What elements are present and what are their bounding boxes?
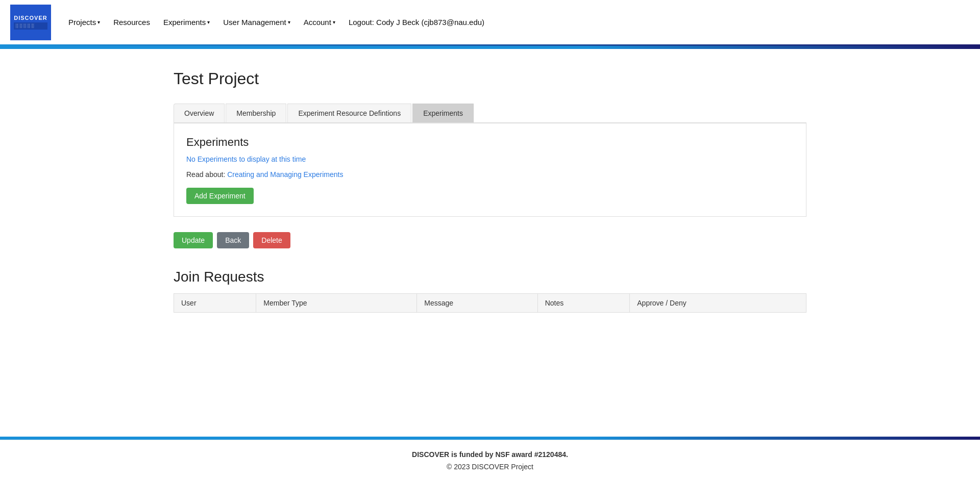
- navbar: DISCOVER ░░░░░ Projects ▾ Resources Expe…: [0, 0, 980, 46]
- tab-experiment-resource-defintions[interactable]: Experiment Resource Defintions: [287, 104, 411, 122]
- brand-text: DISCOVER: [14, 15, 47, 21]
- read-about: Read about: Creating and Managing Experi…: [186, 170, 794, 179]
- no-experiments-link[interactable]: No Experiments to display at this time: [186, 155, 794, 163]
- brand-logo[interactable]: DISCOVER ░░░░░: [10, 5, 51, 40]
- chevron-down-icon: ▾: [97, 19, 100, 25]
- col-member-type: Member Type: [256, 294, 417, 313]
- chevron-down-icon-4: ▾: [333, 19, 335, 25]
- footer-copyright: © 2023 DISCOVER Project: [10, 463, 970, 471]
- delete-button[interactable]: Delete: [253, 232, 290, 248]
- tab-overview[interactable]: Overview: [174, 104, 225, 122]
- nav-logout-label: Logout: Cody J Beck (cjb873@nau.edu): [349, 18, 484, 27]
- tab-experiments[interactable]: Experiments: [412, 104, 474, 122]
- nav-item-user-management[interactable]: User Management ▾: [218, 14, 295, 31]
- add-experiment-button[interactable]: Add Experiment: [186, 188, 254, 204]
- join-requests-table: User Member Type Message Notes Approve /…: [174, 293, 806, 313]
- nav-item-resources[interactable]: Resources: [108, 14, 155, 31]
- nav-projects-label: Projects: [68, 18, 96, 27]
- tabs: Overview Membership Experiment Resource …: [174, 104, 806, 123]
- experiments-panel: Experiments No Experiments to display at…: [174, 123, 806, 217]
- col-message: Message: [417, 294, 537, 313]
- nav-account-label: Account: [304, 18, 331, 27]
- tab-membership[interactable]: Membership: [226, 104, 286, 122]
- nav-item-logout[interactable]: Logout: Cody J Beck (cjb873@nau.edu): [344, 14, 489, 31]
- nav-item-account[interactable]: Account ▾: [299, 14, 340, 31]
- brand-subtext: ░░░░░: [14, 22, 47, 30]
- chevron-down-icon-3: ▾: [288, 19, 290, 25]
- creating-managing-experiments-link[interactable]: Creating and Managing Experiments: [227, 170, 343, 179]
- nav-item-projects[interactable]: Projects ▾: [63, 14, 105, 31]
- col-user: User: [174, 294, 256, 313]
- main-content: Test Project Overview Membership Experim…: [0, 49, 980, 437]
- nav-user-management-label: User Management: [223, 18, 286, 27]
- page-title: Test Project: [174, 69, 806, 88]
- footer-funded-text: DISCOVER is funded by NSF award #2120484…: [10, 450, 970, 459]
- col-approve-deny: Approve / Deny: [630, 294, 806, 313]
- read-about-prefix: Read about:: [186, 170, 227, 179]
- nav-resources-label: Resources: [113, 18, 150, 27]
- nav-item-experiments[interactable]: Experiments ▾: [158, 14, 215, 31]
- experiments-panel-title: Experiments: [186, 136, 794, 149]
- action-buttons: Update Back Delete: [174, 232, 806, 248]
- col-notes: Notes: [537, 294, 630, 313]
- chevron-down-icon-2: ▾: [207, 19, 210, 25]
- join-requests-title: Join Requests: [174, 269, 806, 285]
- nav-links: Projects ▾ Resources Experiments ▾ User …: [63, 14, 970, 31]
- footer: DISCOVER is funded by NSF award #2120484…: [0, 440, 980, 481]
- back-button[interactable]: Back: [217, 232, 249, 248]
- update-button[interactable]: Update: [174, 232, 213, 248]
- nav-experiments-label: Experiments: [163, 18, 206, 27]
